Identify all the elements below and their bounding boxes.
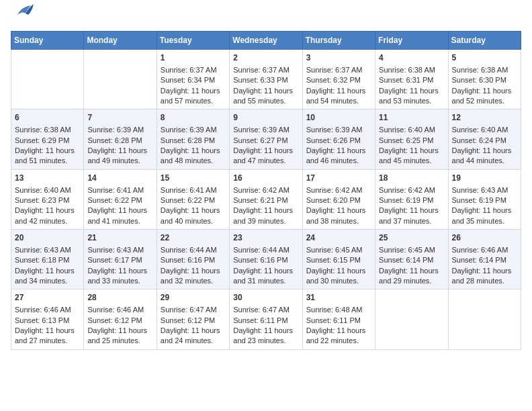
calendar-week-3: 13Sunrise: 6:40 AMSunset: 6:23 PMDayligh… xyxy=(11,169,521,229)
day-info: Sunset: 6:32 PM xyxy=(306,75,371,85)
day-number: 12 xyxy=(452,112,517,124)
day-info: Sunset: 6:34 PM xyxy=(161,75,226,85)
day-info: Daylight: 11 hours and 57 minutes. xyxy=(161,86,226,107)
day-number: 11 xyxy=(379,112,444,124)
calendar-week-4: 20Sunrise: 6:43 AMSunset: 6:18 PMDayligh… xyxy=(11,230,521,289)
calendar-cell xyxy=(448,289,521,349)
day-info: Sunset: 6:30 PM xyxy=(452,75,517,85)
calendar-cell: 28Sunrise: 6:46 AMSunset: 6:12 PMDayligh… xyxy=(84,289,157,349)
day-info: Daylight: 11 hours and 45 minutes. xyxy=(379,146,444,167)
day-number: 10 xyxy=(306,112,371,124)
calendar-cell: 31Sunrise: 6:48 AMSunset: 6:11 PMDayligh… xyxy=(302,289,375,349)
calendar-cell: 25Sunrise: 6:45 AMSunset: 6:14 PMDayligh… xyxy=(375,230,448,289)
day-info: Sunrise: 6:43 AM xyxy=(452,185,517,195)
day-number: 1 xyxy=(161,52,226,64)
day-number: 22 xyxy=(161,232,226,244)
day-info: Sunrise: 6:38 AM xyxy=(452,65,517,75)
day-info: Sunrise: 6:41 AM xyxy=(161,185,226,195)
day-number: 14 xyxy=(87,173,152,184)
calendar-cell: 5Sunrise: 6:38 AMSunset: 6:30 PMDaylight… xyxy=(448,50,521,109)
day-info: Daylight: 11 hours and 47 minutes. xyxy=(233,146,298,167)
calendar-cell: 24Sunrise: 6:45 AMSunset: 6:15 PMDayligh… xyxy=(302,230,375,289)
calendar-week-1: 1Sunrise: 6:37 AMSunset: 6:34 PMDaylight… xyxy=(11,50,521,109)
day-info: Sunrise: 6:38 AM xyxy=(379,65,444,75)
day-info: Sunset: 6:22 PM xyxy=(161,195,226,205)
day-info: Sunrise: 6:46 AM xyxy=(87,305,152,315)
day-number: 2 xyxy=(233,52,298,64)
day-info: Sunset: 6:14 PM xyxy=(379,255,444,265)
day-info: Sunrise: 6:44 AM xyxy=(233,245,298,255)
logo-bird-icon xyxy=(12,3,34,21)
calendar-cell: 19Sunrise: 6:43 AMSunset: 6:19 PMDayligh… xyxy=(448,169,521,229)
day-info: Daylight: 11 hours and 53 minutes. xyxy=(379,86,444,107)
calendar-body: 1Sunrise: 6:37 AMSunset: 6:34 PMDaylight… xyxy=(11,50,521,350)
day-info: Daylight: 11 hours and 32 minutes. xyxy=(161,266,226,287)
calendar-cell xyxy=(375,289,448,349)
day-info: Sunset: 6:13 PM xyxy=(15,316,80,326)
day-info: Daylight: 11 hours and 23 minutes. xyxy=(233,326,298,347)
day-number: 16 xyxy=(233,173,298,184)
day-info: Sunrise: 6:40 AM xyxy=(15,185,80,195)
day-number: 9 xyxy=(233,112,298,124)
calendar-header-row: SundayMondayTuesdayWednesdayThursdayFrid… xyxy=(11,32,521,50)
day-info: Sunset: 6:15 PM xyxy=(306,255,371,265)
day-info: Daylight: 11 hours and 35 minutes. xyxy=(452,205,517,226)
day-number: 8 xyxy=(161,112,226,124)
day-info: Sunrise: 6:45 AM xyxy=(379,245,444,255)
day-number: 18 xyxy=(379,173,444,184)
day-info: Sunset: 6:12 PM xyxy=(161,316,226,326)
day-info: Sunset: 6:31 PM xyxy=(379,75,444,85)
day-number: 13 xyxy=(15,173,80,184)
day-info: Daylight: 11 hours and 40 minutes. xyxy=(161,205,226,226)
day-number: 3 xyxy=(306,52,371,64)
day-info: Daylight: 11 hours and 51 minutes. xyxy=(15,146,80,167)
day-info: Daylight: 11 hours and 37 minutes. xyxy=(379,205,444,226)
calendar-cell: 26Sunrise: 6:46 AMSunset: 6:14 PMDayligh… xyxy=(448,230,521,289)
day-number: 26 xyxy=(452,232,517,244)
day-info: Sunset: 6:23 PM xyxy=(15,195,80,205)
day-info: Sunset: 6:21 PM xyxy=(233,195,298,205)
day-number: 17 xyxy=(306,173,371,184)
day-info: Daylight: 11 hours and 42 minutes. xyxy=(15,205,80,226)
day-number: 7 xyxy=(87,112,152,124)
calendar-cell: 16Sunrise: 6:42 AMSunset: 6:21 PMDayligh… xyxy=(230,169,302,229)
calendar-cell: 20Sunrise: 6:43 AMSunset: 6:18 PMDayligh… xyxy=(11,230,84,289)
day-info: Sunrise: 6:43 AM xyxy=(87,245,152,255)
day-info: Daylight: 11 hours and 41 minutes. xyxy=(87,205,152,226)
day-info: Sunset: 6:19 PM xyxy=(452,195,517,205)
day-info: Sunrise: 6:42 AM xyxy=(379,185,444,195)
day-info: Daylight: 11 hours and 31 minutes. xyxy=(233,266,298,287)
day-info: Sunrise: 6:37 AM xyxy=(161,65,226,75)
day-info: Sunrise: 6:46 AM xyxy=(452,245,517,255)
day-info: Daylight: 11 hours and 22 minutes. xyxy=(306,326,371,347)
day-info: Sunrise: 6:39 AM xyxy=(306,125,371,135)
day-info: Sunrise: 6:40 AM xyxy=(452,125,517,135)
day-info: Sunset: 6:26 PM xyxy=(306,136,371,146)
day-info: Sunset: 6:24 PM xyxy=(452,136,517,146)
calendar-cell: 3Sunrise: 6:37 AMSunset: 6:32 PMDaylight… xyxy=(302,50,375,109)
calendar-header-wednesday: Wednesday xyxy=(230,32,302,50)
calendar-cell: 21Sunrise: 6:43 AMSunset: 6:17 PMDayligh… xyxy=(84,230,157,289)
day-number: 15 xyxy=(161,173,226,184)
day-info: Daylight: 11 hours and 52 minutes. xyxy=(452,86,517,107)
day-info: Sunset: 6:12 PM xyxy=(87,316,152,326)
day-info: Daylight: 11 hours and 38 minutes. xyxy=(306,205,371,226)
day-info: Daylight: 11 hours and 34 minutes. xyxy=(15,266,80,287)
day-info: Sunrise: 6:39 AM xyxy=(233,125,298,135)
day-info: Daylight: 11 hours and 30 minutes. xyxy=(306,266,371,287)
day-info: Sunset: 6:27 PM xyxy=(233,136,298,146)
day-info: Sunset: 6:29 PM xyxy=(15,136,80,146)
day-number: 19 xyxy=(452,173,517,184)
logo xyxy=(11,11,34,26)
page-header xyxy=(11,11,521,26)
calendar-cell: 29Sunrise: 6:47 AMSunset: 6:12 PMDayligh… xyxy=(157,289,229,349)
day-info: Sunset: 6:11 PM xyxy=(306,316,371,326)
day-info: Sunrise: 6:48 AM xyxy=(306,305,371,315)
day-info: Sunset: 6:18 PM xyxy=(15,255,80,265)
day-number: 4 xyxy=(379,52,444,64)
calendar-cell: 18Sunrise: 6:42 AMSunset: 6:19 PMDayligh… xyxy=(375,169,448,229)
day-number: 21 xyxy=(87,232,152,244)
day-info: Sunrise: 6:40 AM xyxy=(379,125,444,135)
day-number: 29 xyxy=(161,292,226,304)
calendar-cell: 6Sunrise: 6:38 AMSunset: 6:29 PMDaylight… xyxy=(11,109,84,169)
